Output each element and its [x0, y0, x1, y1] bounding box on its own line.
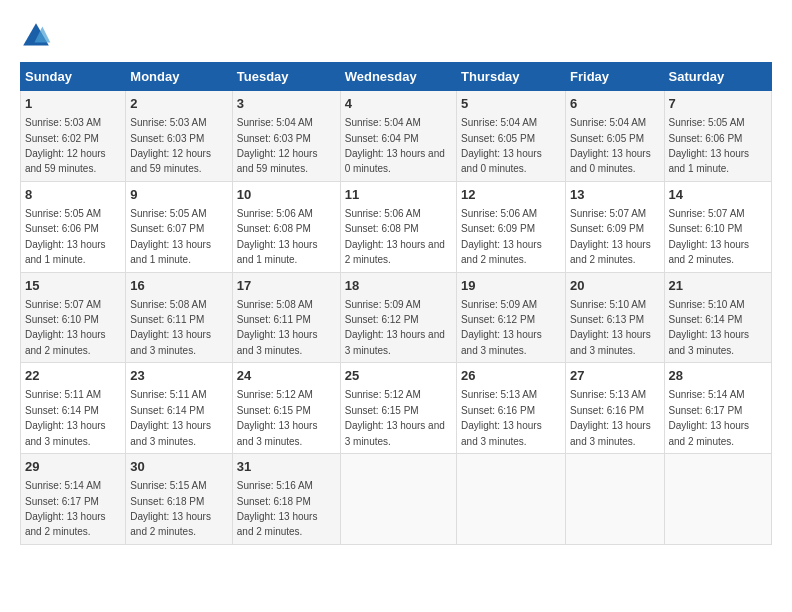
day-info: Sunrise: 5:12 AMSunset: 6:15 PMDaylight:…: [237, 389, 318, 446]
calendar-cell: 13Sunrise: 5:07 AMSunset: 6:09 PMDayligh…: [566, 181, 664, 272]
calendar-cell: 8Sunrise: 5:05 AMSunset: 6:06 PMDaylight…: [21, 181, 126, 272]
calendar-cell: [340, 454, 456, 545]
day-info: Sunrise: 5:07 AMSunset: 6:10 PMDaylight:…: [25, 299, 106, 356]
calendar-cell: 18Sunrise: 5:09 AMSunset: 6:12 PMDayligh…: [340, 272, 456, 363]
header-friday: Friday: [566, 63, 664, 91]
calendar-cell: 22Sunrise: 5:11 AMSunset: 6:14 PMDayligh…: [21, 363, 126, 454]
header-wednesday: Wednesday: [340, 63, 456, 91]
day-number: 2: [130, 95, 227, 113]
day-info: Sunrise: 5:09 AMSunset: 6:12 PMDaylight:…: [345, 299, 445, 356]
calendar-cell: 31Sunrise: 5:16 AMSunset: 6:18 PMDayligh…: [232, 454, 340, 545]
day-info: Sunrise: 5:05 AMSunset: 6:06 PMDaylight:…: [25, 208, 106, 265]
day-number: 3: [237, 95, 336, 113]
calendar-week-row: 29Sunrise: 5:14 AMSunset: 6:17 PMDayligh…: [21, 454, 772, 545]
day-info: Sunrise: 5:13 AMSunset: 6:16 PMDaylight:…: [461, 389, 542, 446]
header-saturday: Saturday: [664, 63, 772, 91]
day-number: 15: [25, 277, 121, 295]
day-number: 28: [669, 367, 768, 385]
header-sunday: Sunday: [21, 63, 126, 91]
calendar-cell: 17Sunrise: 5:08 AMSunset: 6:11 PMDayligh…: [232, 272, 340, 363]
calendar-week-row: 15Sunrise: 5:07 AMSunset: 6:10 PMDayligh…: [21, 272, 772, 363]
day-info: Sunrise: 5:14 AMSunset: 6:17 PMDaylight:…: [25, 480, 106, 537]
calendar-cell: 5Sunrise: 5:04 AMSunset: 6:05 PMDaylight…: [457, 91, 566, 182]
calendar-cell: 14Sunrise: 5:07 AMSunset: 6:10 PMDayligh…: [664, 181, 772, 272]
day-number: 14: [669, 186, 768, 204]
day-info: Sunrise: 5:14 AMSunset: 6:17 PMDaylight:…: [669, 389, 750, 446]
day-number: 10: [237, 186, 336, 204]
calendar-cell: 25Sunrise: 5:12 AMSunset: 6:15 PMDayligh…: [340, 363, 456, 454]
calendar-cell: [566, 454, 664, 545]
day-info: Sunrise: 5:10 AMSunset: 6:14 PMDaylight:…: [669, 299, 750, 356]
day-number: 1: [25, 95, 121, 113]
calendar-cell: 6Sunrise: 5:04 AMSunset: 6:05 PMDaylight…: [566, 91, 664, 182]
day-info: Sunrise: 5:12 AMSunset: 6:15 PMDaylight:…: [345, 389, 445, 446]
day-info: Sunrise: 5:06 AMSunset: 6:09 PMDaylight:…: [461, 208, 542, 265]
calendar-cell: 27Sunrise: 5:13 AMSunset: 6:16 PMDayligh…: [566, 363, 664, 454]
day-info: Sunrise: 5:10 AMSunset: 6:13 PMDaylight:…: [570, 299, 651, 356]
header-thursday: Thursday: [457, 63, 566, 91]
day-number: 9: [130, 186, 227, 204]
day-number: 27: [570, 367, 659, 385]
calendar-cell: 1Sunrise: 5:03 AMSunset: 6:02 PMDaylight…: [21, 91, 126, 182]
day-info: Sunrise: 5:15 AMSunset: 6:18 PMDaylight:…: [130, 480, 211, 537]
calendar-week-row: 22Sunrise: 5:11 AMSunset: 6:14 PMDayligh…: [21, 363, 772, 454]
calendar-cell: 26Sunrise: 5:13 AMSunset: 6:16 PMDayligh…: [457, 363, 566, 454]
day-number: 20: [570, 277, 659, 295]
day-number: 16: [130, 277, 227, 295]
calendar-cell: 29Sunrise: 5:14 AMSunset: 6:17 PMDayligh…: [21, 454, 126, 545]
calendar-header-row: SundayMondayTuesdayWednesdayThursdayFrid…: [21, 63, 772, 91]
calendar-cell: 10Sunrise: 5:06 AMSunset: 6:08 PMDayligh…: [232, 181, 340, 272]
day-number: 8: [25, 186, 121, 204]
day-number: 7: [669, 95, 768, 113]
day-number: 18: [345, 277, 452, 295]
calendar-cell: [457, 454, 566, 545]
day-info: Sunrise: 5:03 AMSunset: 6:02 PMDaylight:…: [25, 117, 106, 174]
calendar-cell: [664, 454, 772, 545]
day-number: 31: [237, 458, 336, 476]
calendar-table: SundayMondayTuesdayWednesdayThursdayFrid…: [20, 62, 772, 545]
calendar-cell: 23Sunrise: 5:11 AMSunset: 6:14 PMDayligh…: [126, 363, 232, 454]
calendar-cell: 24Sunrise: 5:12 AMSunset: 6:15 PMDayligh…: [232, 363, 340, 454]
day-info: Sunrise: 5:16 AMSunset: 6:18 PMDaylight:…: [237, 480, 318, 537]
day-info: Sunrise: 5:04 AMSunset: 6:05 PMDaylight:…: [570, 117, 651, 174]
day-number: 26: [461, 367, 561, 385]
calendar-cell: 11Sunrise: 5:06 AMSunset: 6:08 PMDayligh…: [340, 181, 456, 272]
day-info: Sunrise: 5:06 AMSunset: 6:08 PMDaylight:…: [237, 208, 318, 265]
day-number: 12: [461, 186, 561, 204]
calendar-week-row: 1Sunrise: 5:03 AMSunset: 6:02 PMDaylight…: [21, 91, 772, 182]
day-info: Sunrise: 5:03 AMSunset: 6:03 PMDaylight:…: [130, 117, 211, 174]
logo-icon: [20, 20, 52, 52]
day-info: Sunrise: 5:11 AMSunset: 6:14 PMDaylight:…: [25, 389, 106, 446]
day-number: 6: [570, 95, 659, 113]
day-info: Sunrise: 5:11 AMSunset: 6:14 PMDaylight:…: [130, 389, 211, 446]
logo: [20, 20, 56, 52]
day-number: 21: [669, 277, 768, 295]
calendar-cell: 4Sunrise: 5:04 AMSunset: 6:04 PMDaylight…: [340, 91, 456, 182]
header-tuesday: Tuesday: [232, 63, 340, 91]
day-info: Sunrise: 5:04 AMSunset: 6:04 PMDaylight:…: [345, 117, 445, 174]
day-info: Sunrise: 5:05 AMSunset: 6:07 PMDaylight:…: [130, 208, 211, 265]
calendar-cell: 21Sunrise: 5:10 AMSunset: 6:14 PMDayligh…: [664, 272, 772, 363]
page-header: [20, 20, 772, 52]
day-number: 25: [345, 367, 452, 385]
day-number: 24: [237, 367, 336, 385]
day-info: Sunrise: 5:04 AMSunset: 6:03 PMDaylight:…: [237, 117, 318, 174]
day-info: Sunrise: 5:08 AMSunset: 6:11 PMDaylight:…: [237, 299, 318, 356]
day-number: 30: [130, 458, 227, 476]
day-info: Sunrise: 5:05 AMSunset: 6:06 PMDaylight:…: [669, 117, 750, 174]
calendar-cell: 3Sunrise: 5:04 AMSunset: 6:03 PMDaylight…: [232, 91, 340, 182]
calendar-cell: 20Sunrise: 5:10 AMSunset: 6:13 PMDayligh…: [566, 272, 664, 363]
day-number: 11: [345, 186, 452, 204]
day-info: Sunrise: 5:07 AMSunset: 6:09 PMDaylight:…: [570, 208, 651, 265]
day-number: 17: [237, 277, 336, 295]
day-number: 23: [130, 367, 227, 385]
day-number: 29: [25, 458, 121, 476]
calendar-cell: 7Sunrise: 5:05 AMSunset: 6:06 PMDaylight…: [664, 91, 772, 182]
calendar-cell: 15Sunrise: 5:07 AMSunset: 6:10 PMDayligh…: [21, 272, 126, 363]
calendar-cell: 30Sunrise: 5:15 AMSunset: 6:18 PMDayligh…: [126, 454, 232, 545]
day-info: Sunrise: 5:08 AMSunset: 6:11 PMDaylight:…: [130, 299, 211, 356]
header-monday: Monday: [126, 63, 232, 91]
day-number: 19: [461, 277, 561, 295]
day-info: Sunrise: 5:09 AMSunset: 6:12 PMDaylight:…: [461, 299, 542, 356]
day-info: Sunrise: 5:06 AMSunset: 6:08 PMDaylight:…: [345, 208, 445, 265]
